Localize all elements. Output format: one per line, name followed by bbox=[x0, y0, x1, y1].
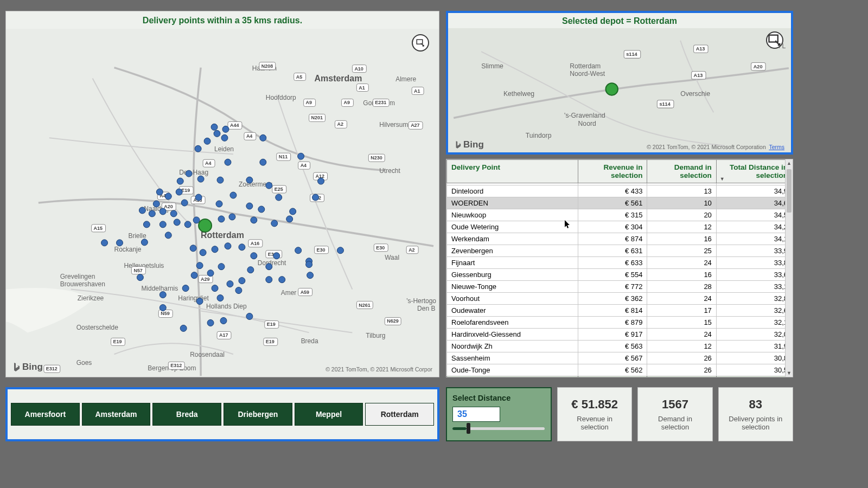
depot-marker bbox=[199, 219, 212, 232]
depot-button-meppel[interactable]: Meppel bbox=[295, 403, 363, 426]
svg-text:Leiden: Leiden bbox=[214, 145, 234, 153]
svg-point-124 bbox=[260, 159, 266, 165]
mini-depot-marker bbox=[606, 83, 618, 95]
svg-text:Almere: Almere bbox=[395, 75, 416, 83]
cell-rev: € 433 bbox=[578, 185, 647, 197]
svg-point-177 bbox=[191, 272, 197, 279]
cell-dist: 30,8 bbox=[716, 352, 792, 364]
distance-value-input[interactable]: 35 bbox=[452, 407, 500, 422]
table-row[interactable]: Sassenheim€ 5672630,8 bbox=[447, 352, 793, 364]
col-demand[interactable]: Demand in selection bbox=[647, 160, 716, 183]
scroll-down-icon[interactable]: ▼ bbox=[786, 369, 793, 377]
svg-text:A1: A1 bbox=[414, 88, 420, 94]
cell-dem: 13 bbox=[647, 185, 716, 197]
depot-button-amsterdam[interactable]: Amsterdam bbox=[82, 403, 151, 426]
table-row[interactable]: Nieuwe-Tonge€ 7722833,1 bbox=[447, 281, 793, 293]
main-map-title: Delivery points within a 35 kms radius. bbox=[6, 11, 439, 29]
table-scrollbar[interactable]: ▲ ▼ bbox=[785, 159, 793, 377]
terms-link[interactable]: Terms bbox=[769, 144, 784, 150]
col-revenue[interactable]: Revenue in selection bbox=[578, 160, 647, 183]
table-row[interactable]: Giessenburg€ 5541633,6 bbox=[447, 269, 793, 281]
svg-text:Den B: Den B bbox=[417, 305, 435, 313]
cell-rev: € 315 bbox=[578, 209, 647, 221]
svg-point-120 bbox=[260, 134, 266, 141]
svg-text:s114: s114 bbox=[626, 52, 637, 57]
svg-point-129 bbox=[156, 189, 163, 195]
table-row[interactable]: Werkendam€ 8741634,1 bbox=[447, 233, 793, 245]
svg-text:Breda: Breda bbox=[301, 337, 318, 345]
depot-button-rotterdam[interactable]: Rotterdam bbox=[365, 403, 434, 426]
svg-point-154 bbox=[184, 221, 191, 228]
cell-dist: 34,9 bbox=[716, 185, 792, 197]
svg-point-164 bbox=[190, 245, 196, 252]
scroll-up-icon[interactable]: ▲ bbox=[786, 159, 793, 167]
svg-text:N201: N201 bbox=[311, 115, 323, 120]
svg-text:Hilversum: Hilversum bbox=[379, 121, 408, 129]
cell-name: Oude Wetering bbox=[447, 221, 578, 233]
table-row[interactable]: Zevenbergen€ 6312533,9 bbox=[447, 245, 793, 257]
svg-point-130 bbox=[165, 193, 171, 200]
table-row[interactable]: Roelofarendsveen€ 8791532,1 bbox=[447, 317, 793, 329]
mini-map-canvas[interactable]: Rotterdam Noord-West Overschie 's-Graven… bbox=[448, 28, 791, 152]
depot-button-amersfoort[interactable]: Amersfoort bbox=[11, 403, 80, 426]
svg-rect-198 bbox=[417, 40, 423, 44]
col-delivery-point[interactable]: Delivery Point bbox=[447, 160, 578, 183]
svg-point-148 bbox=[290, 208, 296, 215]
svg-text:Noord: Noord bbox=[578, 120, 596, 127]
table-row[interactable]: Oude Wetering€ 3041234,2 bbox=[447, 221, 793, 233]
svg-text:Brouwershaven: Brouwershaven bbox=[60, 280, 105, 288]
cell-dist: 33,9 bbox=[716, 245, 792, 257]
svg-point-183 bbox=[279, 277, 285, 283]
table-row[interactable]: Nieuwkoop€ 3152034,5 bbox=[447, 209, 793, 221]
svg-point-141 bbox=[159, 208, 166, 215]
svg-point-178 bbox=[218, 264, 225, 270]
cell-name: Voorhout bbox=[447, 293, 578, 305]
svg-point-174 bbox=[137, 274, 143, 281]
table-row[interactable]: Oude-Tonge€ 5622630,5 bbox=[447, 364, 793, 376]
table-row[interactable]: WOERDEN€ 5611034,6 bbox=[447, 197, 793, 209]
svg-text:N57: N57 bbox=[133, 268, 142, 273]
table-row[interactable]: Hardinxveld-Giessend€ 9172432,0 bbox=[447, 329, 793, 341]
svg-text:A9: A9 bbox=[306, 100, 312, 105]
svg-point-189 bbox=[217, 295, 224, 301]
svg-text:Haringvliet: Haringvliet bbox=[178, 294, 209, 302]
svg-point-116 bbox=[211, 124, 218, 130]
table-row[interactable]: Voorhout€ 3622432,8 bbox=[447, 293, 793, 305]
svg-point-170 bbox=[273, 253, 280, 259]
scroll-thumb[interactable] bbox=[787, 169, 792, 213]
table-row[interactable]: Dinteloord€ 4331334,9 bbox=[447, 185, 793, 197]
bing-logo: Bing bbox=[12, 362, 43, 373]
cell-name: Hardinxveld-Giessend bbox=[447, 329, 578, 341]
table-row[interactable]: Oudewater€ 8141732,6 bbox=[447, 305, 793, 317]
delivery-table[interactable]: Delivery Point Revenue in selection Dema… bbox=[446, 159, 793, 377]
svg-text:A13: A13 bbox=[696, 46, 705, 52]
distance-slider[interactable] bbox=[452, 427, 545, 430]
cell-rev: € 633 bbox=[578, 257, 647, 269]
svg-point-171 bbox=[295, 247, 302, 254]
svg-text:E19: E19 bbox=[266, 339, 275, 344]
svg-point-180 bbox=[239, 278, 245, 284]
depot-button-driebergen[interactable]: Driebergen bbox=[224, 403, 292, 426]
svg-text:N11: N11 bbox=[279, 154, 288, 159]
svg-point-143 bbox=[216, 201, 222, 207]
table-row[interactable]: Noordwijk Zh€ 5631231,9 bbox=[447, 341, 793, 352]
svg-point-161 bbox=[101, 240, 108, 246]
svg-point-147 bbox=[276, 194, 282, 201]
cell-dem: 24 bbox=[647, 257, 716, 269]
table-row[interactable]: Fijnaart€ 6332433,8 bbox=[447, 257, 793, 269]
svg-point-135 bbox=[217, 177, 224, 183]
svg-point-149 bbox=[312, 194, 319, 201]
depot-button-breda[interactable]: Breda bbox=[152, 403, 221, 426]
svg-text:E19: E19 bbox=[267, 322, 276, 327]
svg-text:Tuindorp: Tuindorp bbox=[526, 132, 552, 139]
svg-point-134 bbox=[195, 194, 202, 201]
col-distance[interactable]: Total Distance in selection▼ bbox=[716, 160, 792, 183]
svg-text:E312: E312 bbox=[170, 363, 182, 368]
svg-text:A16: A16 bbox=[251, 241, 259, 246]
focus-mode-icon[interactable] bbox=[766, 31, 783, 49]
svg-point-139 bbox=[139, 207, 145, 214]
svg-text:Waal: Waal bbox=[385, 254, 399, 261]
svg-point-162 bbox=[141, 239, 148, 246]
focus-mode-icon[interactable] bbox=[412, 34, 429, 52]
main-map-canvas[interactable]: Haarlem Amsterdam Almere Hoofddorp Hilve… bbox=[6, 29, 439, 377]
